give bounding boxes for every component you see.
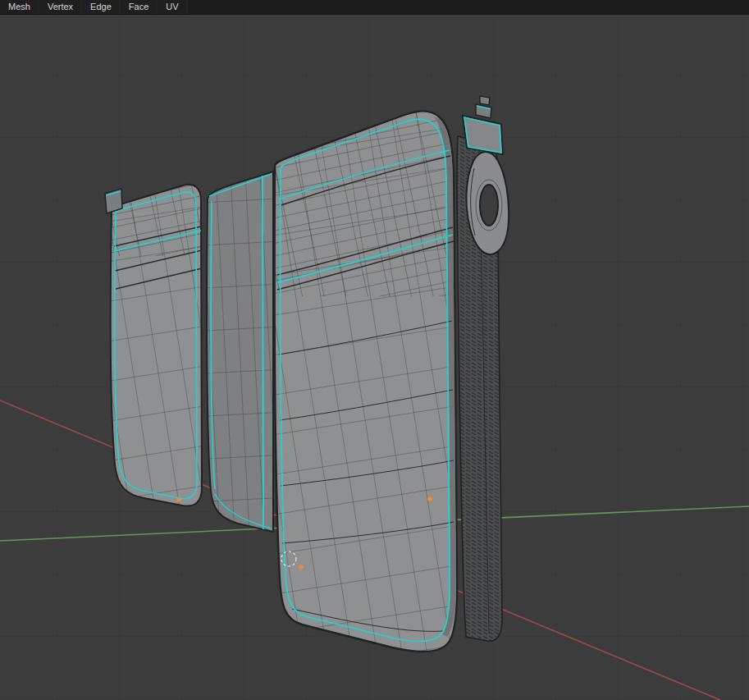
strap-loop [105, 189, 122, 213]
back-panel-mesh[interactable] [105, 182, 204, 506]
blender-window: Mesh Vertex Edge Face UV [0, 0, 749, 700]
gusset-mesh[interactable] [207, 172, 273, 532]
object-origin-dot [176, 497, 181, 502]
object-origin-dot [299, 565, 304, 570]
menu-vertex[interactable]: Vertex [39, 0, 82, 14]
menu-face[interactable]: Face [121, 0, 158, 14]
menu-edge[interactable]: Edge [82, 0, 121, 14]
object-origin-dot [427, 496, 432, 501]
front-panel-mesh[interactable] [274, 103, 461, 652]
uv-seam-highlight [263, 176, 263, 529]
pull-tab-hole [480, 185, 498, 226]
viewport-3d[interactable] [0, 0, 749, 700]
slider-cap [480, 96, 490, 105]
menu-mesh[interactable]: Mesh [0, 0, 39, 14]
menu-uv[interactable]: UV [158, 0, 187, 14]
edit-mode-menubar: Mesh Vertex Edge Face UV [0, 0, 749, 15]
